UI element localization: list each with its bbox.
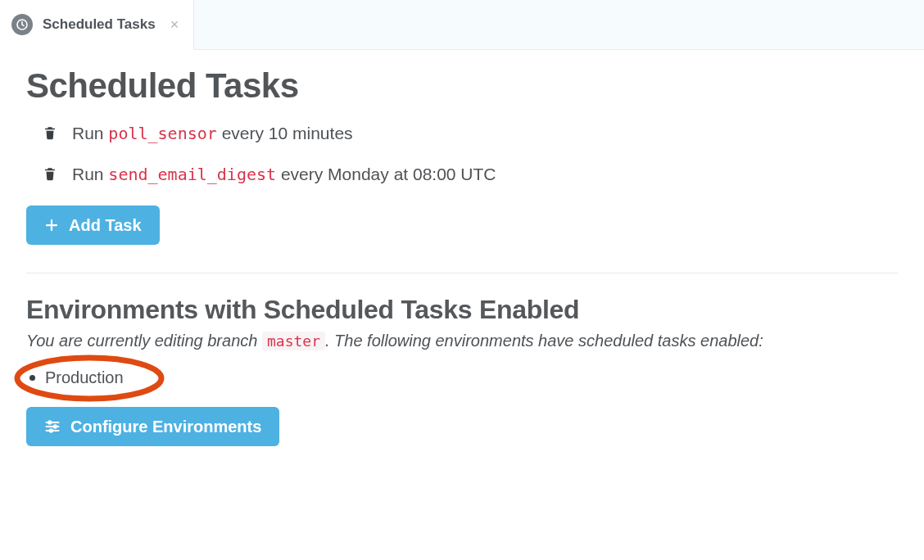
task-row: Run send_email_digest every Monday at 08… [43, 165, 898, 184]
task-row: Run poll_sensor every 10 minutes [43, 124, 898, 143]
task-suffix: every Monday at 08:00 UTC [276, 165, 496, 183]
configure-environments-label: Configure Environments [70, 418, 261, 435]
configure-environments-button[interactable]: Configure Environments [26, 407, 279, 446]
delete-task-button[interactable] [43, 165, 57, 184]
close-icon[interactable]: × [170, 17, 179, 32]
branch-info-line: You are currently editing branch master.… [26, 332, 898, 350]
delete-task-button[interactable] [43, 124, 57, 143]
task-prefix: Run [72, 124, 108, 142]
task-suffix: every 10 minutes [217, 124, 353, 142]
task-code: send_email_digest [108, 165, 276, 184]
task-description: Run send_email_digest every Monday at 08… [72, 165, 496, 184]
environments-heading: Environments with Scheduled Tasks Enable… [26, 295, 898, 325]
environment-name: Production [45, 368, 124, 387]
trash-icon [43, 124, 57, 143]
content-area: Scheduled Tasks Run poll_sensor every 10… [0, 50, 924, 446]
bullet-icon [29, 375, 35, 381]
task-list: Run poll_sensor every 10 minutes Run sen… [26, 124, 898, 184]
svg-point-2 [48, 421, 51, 423]
environment-item: Production [26, 365, 124, 391]
branch-name-chip: master [262, 332, 325, 350]
add-task-label: Add Task [69, 217, 142, 233]
plus-icon [44, 218, 59, 233]
task-prefix: Run [72, 165, 108, 183]
tab-title: Scheduled Tasks [43, 16, 156, 33]
tab-scheduled-tasks[interactable]: Scheduled Tasks × [0, 0, 194, 50]
tab-bar: Scheduled Tasks × [0, 0, 924, 50]
trash-icon [43, 165, 57, 184]
svg-point-4 [50, 429, 52, 431]
svg-point-3 [54, 425, 57, 427]
branch-line-prefix: You are currently editing branch [26, 332, 262, 350]
divider [26, 273, 898, 273]
task-description: Run poll_sensor every 10 minutes [72, 124, 353, 143]
add-task-button[interactable]: Add Task [26, 205, 160, 245]
clock-icon [11, 14, 33, 35]
branch-line-suffix: . The following environments have schedu… [325, 332, 763, 350]
sliders-icon [44, 418, 61, 435]
page-title: Scheduled Tasks [26, 66, 898, 106]
task-code: poll_sensor [108, 124, 216, 143]
